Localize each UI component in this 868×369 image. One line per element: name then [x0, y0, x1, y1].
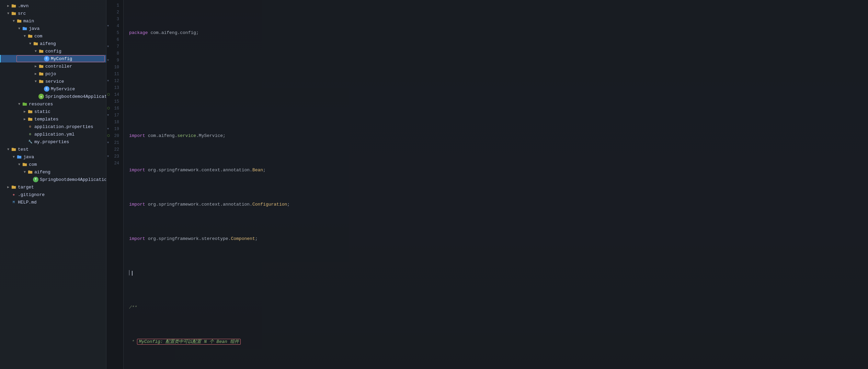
label-java-test: java: [23, 154, 34, 160]
folder-icon-static: [27, 109, 33, 114]
arrow-gitignore: [5, 192, 11, 197]
tree-item-java-test[interactable]: java: [0, 153, 106, 161]
tree-item-app-yml[interactable]: ⚙ application.yml: [0, 130, 106, 138]
label-java: java: [29, 26, 39, 31]
arrow-app-yml: [22, 131, 27, 137]
label-MyConfig: MyConfig: [51, 56, 72, 61]
arrow-static: [22, 109, 27, 114]
tree-item-java[interactable]: java: [0, 25, 106, 32]
folder-icon-com-test: [22, 162, 27, 167]
tree-item-main[interactable]: main: [0, 17, 106, 25]
folder-icon-config: [38, 48, 44, 54]
fold-icon-19[interactable]: ▼: [107, 126, 109, 132]
file-tree[interactable]: .mvn src main java com: [0, 0, 106, 369]
code-line-10: * MyConfig: 配置类中可以配置 N 个 Bean 组件: [129, 338, 863, 345]
code-line-9: /**: [129, 304, 863, 311]
tree-item-aifeng-test[interactable]: aifeng: [0, 168, 106, 176]
bean-icon-14[interactable]: ⬡: [107, 91, 110, 98]
line-num-9: ▼ 9: [106, 57, 123, 64]
highlighted-comment: MyConfig: 配置类中可以配置 N 个 Bean 组件: [137, 339, 240, 345]
tree-item-config[interactable]: config: [0, 47, 106, 55]
label-controller: controller: [45, 64, 72, 69]
tree-item-src[interactable]: src: [0, 10, 106, 17]
tree-item-gitignore[interactable]: ◈ .gitignore: [0, 191, 106, 198]
code-editor[interactable]: 1 2 3 ▼ 4 5 6 ▼ 7 8 ▼ 9 10 11 ▼ 12: [106, 0, 868, 369]
folder-icon-controller: [38, 64, 44, 69]
arrow-config: [33, 48, 38, 54]
line-num-14: ⬡ 14: [106, 91, 123, 98]
arrow-test: [5, 147, 11, 152]
fold-icon-4[interactable]: ▼: [107, 23, 109, 30]
line-num-12: ▼ 12: [106, 78, 123, 84]
label-gitignore: .gitignore: [18, 192, 45, 197]
arrow-my-props: [22, 139, 27, 145]
line-num-13: 13: [106, 84, 123, 91]
fold-icon-7[interactable]: ▼: [107, 43, 109, 50]
line-num-4: ▼ 4: [106, 23, 123, 30]
line-num-2: 2: [106, 9, 123, 16]
tree-item-test[interactable]: test: [0, 146, 106, 153]
fold-icon-17[interactable]: ▼: [107, 112, 109, 119]
arrow-MyService: [38, 86, 44, 92]
props-icon: ⚙: [27, 124, 33, 129]
arrow-controller: [33, 64, 38, 69]
code-line-8: ▏: [129, 270, 863, 277]
arrow-templates: [22, 116, 27, 122]
bean-icon-16[interactable]: ⬡: [107, 105, 110, 112]
tree-item-com[interactable]: com: [0, 32, 106, 40]
yaml-icon: ⚙: [27, 131, 33, 137]
java-icon-MyService: C: [44, 86, 49, 92]
tree-item-com-test[interactable]: com: [0, 161, 106, 168]
code-line-7: import org.springframework.stereotype.Co…: [129, 235, 863, 242]
java-icon-SpringbootTests: T: [33, 177, 38, 182]
tree-item-SpringbootTests[interactable]: T Springbootdemo4ApplicationTests: [0, 176, 106, 183]
tree-item-HELP-md[interactable]: M HELP.md: [0, 198, 106, 206]
tree-item-controller[interactable]: controller: [0, 62, 106, 70]
fold-icon-23[interactable]: ▼: [107, 153, 109, 160]
label-HELP-md: HELP.md: [18, 200, 37, 205]
tree-item-MyService[interactable]: C MyService: [0, 85, 106, 93]
tree-item-aifeng[interactable]: aifeng: [0, 40, 106, 47]
tree-item-app-props[interactable]: ⚙ application.properties: [0, 123, 106, 130]
label-templates: templates: [34, 117, 58, 122]
label-src: src: [18, 11, 26, 16]
fold-icon-21[interactable]: ▼: [107, 139, 109, 146]
tree-item-MyConfig[interactable]: C MyConfig: [0, 55, 106, 62]
line-num-17: ▼ 17: [106, 112, 123, 119]
folder-icon-com: [27, 33, 33, 39]
line-num-1: 1: [106, 2, 123, 9]
arrow-SpringbootTests: [27, 177, 33, 182]
tree-item-service[interactable]: service: [0, 78, 106, 85]
tree-item-templates[interactable]: templates: [0, 115, 106, 123]
line-num-5: 5: [106, 30, 123, 36]
tree-item-static[interactable]: static: [0, 108, 106, 115]
label-SpringbootApp: Springbootdemo4Application: [45, 94, 106, 99]
tree-item-pojo[interactable]: pojo: [0, 70, 106, 78]
tree-item-resources[interactable]: resources: [0, 100, 106, 108]
code-line-4: import com.aifeng.service.MyService;: [129, 132, 863, 139]
arrow-SpringbootApp: [33, 94, 38, 99]
label-target: target: [18, 185, 34, 190]
folder-icon-mvn: [11, 3, 16, 9]
label-app-props: application.properties: [34, 124, 93, 129]
arrow-aifeng-test: [22, 169, 27, 175]
fold-icon-9[interactable]: ▼: [107, 57, 109, 64]
tree-item-mvn[interactable]: .mvn: [0, 2, 106, 10]
tree-item-target[interactable]: target: [0, 183, 106, 191]
arrow-app-props: [22, 124, 27, 129]
label-my-props: my.properties: [34, 139, 69, 145]
folder-icon-aifeng: [33, 41, 38, 46]
tree-item-my-props[interactable]: 🔧 my.properties: [0, 138, 106, 146]
label-main: main: [23, 19, 34, 24]
folder-icon-java: [22, 26, 27, 31]
label-com: com: [34, 34, 42, 39]
fold-icon-12[interactable]: ▼: [107, 78, 109, 84]
label-config: config: [45, 49, 61, 54]
code-content[interactable]: package com.aifeng.config; import com.ai…: [124, 0, 868, 369]
code-line-5: import org.springframework.context.annot…: [129, 167, 863, 174]
line-num-3: 3: [106, 16, 123, 23]
arrow-target: [5, 184, 11, 190]
folder-icon-main: [16, 18, 22, 24]
bean-icon-20[interactable]: ⬡: [107, 132, 110, 139]
tree-item-SpringbootApp[interactable]: ✿ Springbootdemo4Application: [0, 93, 106, 100]
